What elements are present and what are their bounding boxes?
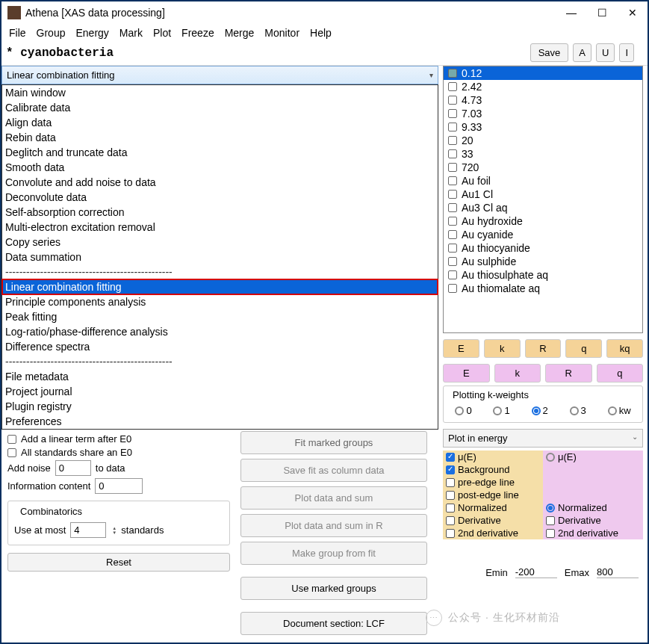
- plot-space-button[interactable]: k: [484, 339, 521, 358]
- plot-option[interactable]: post-edge line: [443, 489, 543, 501]
- data-item[interactable]: 720: [444, 161, 642, 174]
- info-content-input[interactable]: 0: [95, 478, 143, 494]
- plot-space-button[interactable]: E: [443, 364, 490, 383]
- kw-radio[interactable]: 0: [455, 405, 471, 416]
- add-linear-checkbox[interactable]: [7, 435, 16, 444]
- mode-option[interactable]: Principle components analysis: [2, 294, 438, 309]
- plot-option[interactable]: Derivative: [443, 514, 543, 527]
- data-item[interactable]: Au sulphide: [444, 255, 642, 268]
- data-item[interactable]: Au thiocyanide: [444, 241, 642, 255]
- data-item-checkbox[interactable]: [448, 96, 457, 105]
- plot-option[interactable]: pre-edge line: [443, 476, 543, 489]
- mode-option[interactable]: Preferences: [2, 414, 438, 429]
- data-item-checkbox[interactable]: [448, 217, 457, 226]
- data-group-list[interactable]: 0.122.424.737.039.332033720Au foilAu1 Cl…: [443, 66, 643, 333]
- u-button[interactable]: U: [596, 43, 615, 62]
- menu-group[interactable]: Group: [37, 27, 66, 39]
- menu-monitor[interactable]: Monitor: [264, 27, 299, 39]
- data-item-checkbox[interactable]: [448, 257, 457, 266]
- mode-option[interactable]: Convolute and add noise to data: [2, 175, 438, 190]
- data-item-checkbox[interactable]: [448, 284, 457, 293]
- mode-option[interactable]: Calibrate data: [2, 100, 438, 115]
- save-fit-button[interactable]: Save fit as column data: [240, 459, 427, 482]
- data-item[interactable]: 7.03: [444, 107, 642, 120]
- mode-option[interactable]: File metadata: [2, 369, 438, 384]
- mode-option[interactable]: Data summation: [2, 250, 438, 264]
- data-item[interactable]: Au hydroxide: [444, 214, 642, 228]
- data-item-checkbox[interactable]: [448, 244, 457, 253]
- plot-option[interactable]: μ(E): [543, 451, 643, 463]
- data-item[interactable]: 2.42: [444, 80, 642, 93]
- menu-file[interactable]: File: [9, 27, 26, 39]
- menu-energy[interactable]: Energy: [75, 27, 108, 39]
- mode-option[interactable]: Main window: [2, 85, 438, 100]
- close-button[interactable]: ✕: [628, 7, 637, 19]
- use-marked-button[interactable]: Use marked groups: [240, 577, 427, 600]
- i-button[interactable]: I: [619, 43, 634, 62]
- data-item-checkbox[interactable]: [448, 123, 457, 131]
- kw-radio[interactable]: kw: [608, 405, 631, 416]
- mode-dropdown[interactable]: Linear combination fitting ▾: [1, 66, 438, 84]
- plot-space-button[interactable]: R: [545, 364, 592, 383]
- data-item[interactable]: Au3 Cl aq: [444, 201, 642, 214]
- maximize-button[interactable]: ☐: [597, 7, 607, 19]
- mode-option[interactable]: Peak fitting: [2, 309, 438, 324]
- plot-space-button[interactable]: k: [494, 364, 541, 383]
- data-item-checkbox[interactable]: [448, 270, 457, 279]
- data-item[interactable]: Au1 Cl: [444, 188, 642, 201]
- data-item-checkbox[interactable]: [448, 82, 457, 91]
- mode-option[interactable]: Self-absorption correction: [2, 205, 438, 220]
- menu-mark[interactable]: Mark: [119, 27, 143, 39]
- plot-space-button[interactable]: q: [565, 339, 602, 358]
- kw-radio[interactable]: 2: [532, 405, 548, 416]
- add-noise-input[interactable]: 0: [55, 460, 91, 476]
- data-item[interactable]: 0.12: [444, 66, 642, 80]
- menu-help[interactable]: Help: [310, 27, 332, 39]
- all-standards-checkbox[interactable]: [7, 448, 16, 457]
- data-item-checkbox[interactable]: [448, 149, 457, 158]
- doc-lcf-button[interactable]: Document section: LCF: [240, 612, 427, 635]
- data-item-checkbox[interactable]: [448, 190, 457, 199]
- mode-option[interactable]: Deconvolute data: [2, 190, 438, 205]
- plot-data-sum-button[interactable]: Plot data and sum: [240, 486, 427, 510]
- data-item[interactable]: 9.33: [444, 120, 642, 134]
- emax-input[interactable]: 800: [597, 566, 639, 578]
- data-item[interactable]: Au foil: [444, 174, 642, 188]
- plot-space-button[interactable]: R: [525, 339, 562, 358]
- plot-data-sum-r-button[interactable]: Plot data and sum in R: [240, 514, 427, 537]
- plot-type-dropdown[interactable]: Plot in energy ⌄: [443, 429, 643, 448]
- kw-radio[interactable]: 1: [493, 405, 509, 416]
- kw-radio[interactable]: 3: [570, 405, 586, 416]
- make-group-button[interactable]: Make group from fit: [240, 542, 427, 565]
- menu-freeze[interactable]: Freeze: [181, 27, 214, 39]
- menu-merge[interactable]: Merge: [225, 27, 255, 39]
- data-item-checkbox[interactable]: [448, 230, 457, 239]
- a-button[interactable]: A: [573, 43, 591, 62]
- plot-option[interactable]: Normalized: [543, 501, 643, 514]
- minimize-button[interactable]: —: [566, 7, 577, 19]
- data-item[interactable]: Au cyanide: [444, 228, 642, 241]
- plot-space-button[interactable]: q: [597, 364, 644, 383]
- plot-space-button[interactable]: kq: [606, 339, 643, 358]
- mode-option[interactable]: Align data: [2, 115, 438, 130]
- data-item-checkbox[interactable]: [448, 203, 457, 212]
- mode-dropdown-list[interactable]: Main windowCalibrate dataAlign dataRebin…: [1, 84, 438, 430]
- data-item-checkbox[interactable]: [448, 69, 457, 78]
- plot-option[interactable]: Normalized: [443, 501, 543, 514]
- spinner-icon[interactable]: ▲▼: [112, 526, 117, 535]
- data-item[interactable]: 33: [444, 147, 642, 161]
- reset-button[interactable]: Reset: [7, 553, 230, 572]
- plot-option[interactable]: 2nd derivative: [543, 527, 643, 539]
- plot-option[interactable]: μ(E): [443, 451, 543, 463]
- mode-option[interactable]: Rebin data: [2, 130, 438, 145]
- plot-space-button[interactable]: E: [443, 339, 479, 358]
- data-item-checkbox[interactable]: [448, 163, 457, 172]
- mode-option[interactable]: Project journal: [2, 384, 438, 399]
- data-item[interactable]: 20: [444, 134, 642, 147]
- mode-option[interactable]: Copy series: [2, 235, 438, 250]
- mode-option[interactable]: Deglitch and truncate data: [2, 145, 438, 160]
- fit-marked-button[interactable]: Fit marked groups: [240, 431, 427, 454]
- mode-option[interactable]: Plugin registry: [2, 399, 438, 414]
- data-item[interactable]: Au thiomalate aq: [444, 282, 642, 295]
- mode-option[interactable]: Linear combination fitting: [2, 279, 438, 294]
